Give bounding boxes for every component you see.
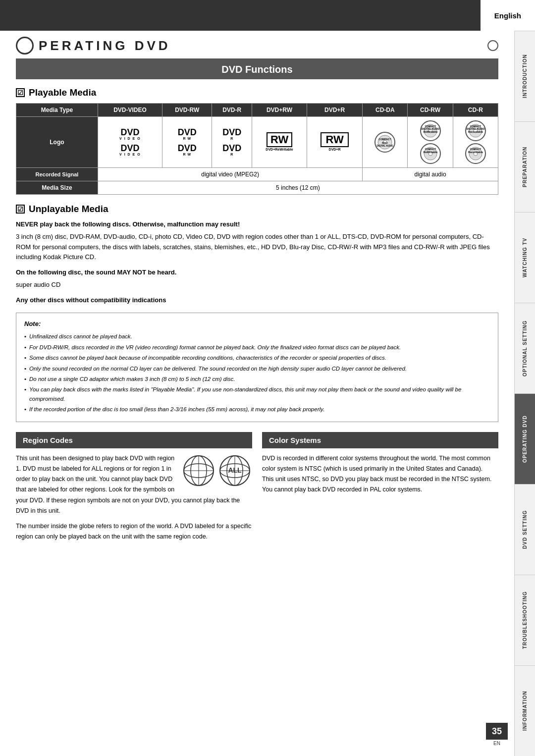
col-dvd-video: DVD-VIDEO xyxy=(98,104,162,117)
color-systems-column: Color Systems DVD is recorded in differe… xyxy=(262,432,498,542)
svg-text:Recordable: Recordable xyxy=(468,130,483,133)
globe-icon-2: ALL xyxy=(217,453,252,488)
media-size-header: Media Size xyxy=(16,181,98,195)
region-codes-body: ALL This unit has been designed to play … xyxy=(16,453,252,542)
region-codes-header: Region Codes xyxy=(16,432,252,448)
note-item-3: Some discs cannot be played back because… xyxy=(24,353,490,362)
section-header: DVD Functions xyxy=(16,60,498,79)
right-sidebar: INTRODUCTION PREPARATION WATCHING TV OPT… xyxy=(514,31,535,756)
sidebar-tab-optional-setting: OPTIONAL SETTING xyxy=(515,303,535,393)
sound-warning-text: super audio CD xyxy=(16,280,498,290)
svg-text:ReWritable: ReWritable xyxy=(423,151,437,154)
page-title-bar: PERATING DVD xyxy=(16,31,498,60)
svg-text:Recordable: Recordable xyxy=(468,151,483,154)
col-dvdplus-r: DVD+R xyxy=(307,104,362,117)
note-item-2: For DVD-RW/R, discs recorded in the VR (… xyxy=(24,343,490,352)
media-table: Media Type DVD-VIDEO DVD-RW DVD-R DVD+RW… xyxy=(16,103,498,195)
col-cd-r: CD-R xyxy=(453,104,498,117)
svg-text:disc: disc xyxy=(382,141,388,144)
page-num-box: 35 xyxy=(486,723,508,740)
col-dvd-rw: DVD-RW xyxy=(162,104,212,117)
checkbox-icon: ☑ xyxy=(16,88,25,97)
unplayable-warning-bold: NEVER play back the following discs. Oth… xyxy=(16,219,498,230)
cd-da-logo: COMPACT disc DIGITAL AUDIO xyxy=(363,117,408,168)
region-codes-column: Region Codes xyxy=(16,432,252,542)
col-media-type: Media Type xyxy=(16,104,98,117)
sidebar-tab-introduction: INTRODUCTION xyxy=(515,31,535,121)
unplayable-media-title: ☑ Unplayable Media xyxy=(16,204,498,215)
dvd-video-logo: DVD V I D E O DVD V I D E O xyxy=(98,117,162,168)
note-item-5: Do not use a single CD adaptor which mak… xyxy=(24,375,490,383)
sidebar-tab-troubleshooting: TROUBLESHOOTING xyxy=(515,575,535,665)
dvd-r-logo: DVD R DVD R xyxy=(212,117,252,168)
page-title-right-circle xyxy=(487,40,498,51)
media-size-value: 5 inches (12 cm) xyxy=(98,181,498,195)
cd-rw-logo: COMPACT DIGITAL AUDIO ReWritable COMPACT… xyxy=(408,117,453,168)
note-item-6: You can play back discs with the marks l… xyxy=(24,385,490,403)
dvdplus-rw-logo: RW DVD+ReWritable xyxy=(252,117,307,168)
sidebar-tab-operating-dvd: OPERATING DVD xyxy=(515,393,535,484)
svg-text:ALL: ALL xyxy=(228,466,242,474)
svg-text:DIGITAL AUDIO: DIGITAL AUDIO xyxy=(377,145,394,147)
bottom-columns: Region Codes xyxy=(16,432,498,542)
cd-r-logo: COMPACT DIGITAL AUDIO Recordable COMPACT… xyxy=(453,117,498,168)
main-content: PERATING DVD DVD Functions ☑ Playable Me… xyxy=(0,31,514,562)
page-lang: EN xyxy=(486,741,508,746)
svg-text:ReWritable: ReWritable xyxy=(423,130,437,133)
region-codes-footer: The number inside the globe refers to re… xyxy=(16,521,252,542)
sound-warning-bold: On the following disc, the sound MAY NOT… xyxy=(16,268,498,278)
unplayable-warning-text: 3 inch (8 cm) disc, DVD-RAM, DVD-audio, … xyxy=(16,232,498,263)
note-box: Note: Unfinalized discs cannot be played… xyxy=(16,313,498,422)
cd-recorded-signal: digital audio xyxy=(363,168,498,181)
dvdplus-r-logo: RW DVD+R xyxy=(307,117,362,168)
page-title: PERATING DVD xyxy=(39,38,171,54)
note-title: Note: xyxy=(24,319,490,329)
recorded-signal-header: Recorded Signal xyxy=(16,168,98,181)
top-bar: English xyxy=(0,0,535,31)
language-badge: English xyxy=(481,0,535,31)
sidebar-tab-preparation: PREPARATION xyxy=(515,121,535,212)
note-list: Unfinalized discs cannot be played back.… xyxy=(24,332,490,414)
logo-row-header: Logo xyxy=(16,117,98,168)
color-systems-text: DVD is recorded in different color syste… xyxy=(262,453,498,495)
svg-text:COMPACT: COMPACT xyxy=(379,138,391,141)
note-item-1: Unfinalized discs cannot be played back. xyxy=(24,332,490,341)
globe-icons: ALL xyxy=(181,453,252,491)
other-bold: Any other discs without compatibility in… xyxy=(16,295,498,306)
checkbox-icon-2: ☑ xyxy=(16,205,25,214)
playable-media-title: ☑ Playable Media xyxy=(16,87,498,98)
color-systems-body: DVD is recorded in different color syste… xyxy=(262,453,498,495)
col-cd-rw: CD-RW xyxy=(408,104,453,117)
col-cd-da: CD-DA xyxy=(363,104,408,117)
page-number: 35 EN xyxy=(486,723,508,746)
col-dvd-r: DVD-R xyxy=(212,104,252,117)
note-item-7: If the recorded portion of the disc is t… xyxy=(24,405,490,414)
dvd-rw-logo: DVD R W DVD R W xyxy=(162,117,212,168)
color-systems-header: Color Systems xyxy=(262,432,498,448)
col-dvdplus-rw: DVD+RW xyxy=(252,104,307,117)
sidebar-tab-dvd-setting: DVD SETTING xyxy=(515,484,535,575)
globe-icon-1 xyxy=(181,453,216,488)
sidebar-tab-information: INFORMATION xyxy=(515,665,535,756)
page-title-circle xyxy=(16,37,34,54)
dvd-recorded-signal: digital video (MPEG2) xyxy=(98,168,362,181)
unplayable-media-body: NEVER play back the following discs. Oth… xyxy=(16,219,498,306)
sidebar-tab-watching-tv: WATCHING TV xyxy=(515,212,535,303)
note-item-4: Only the sound recorded on the normal CD… xyxy=(24,364,490,373)
